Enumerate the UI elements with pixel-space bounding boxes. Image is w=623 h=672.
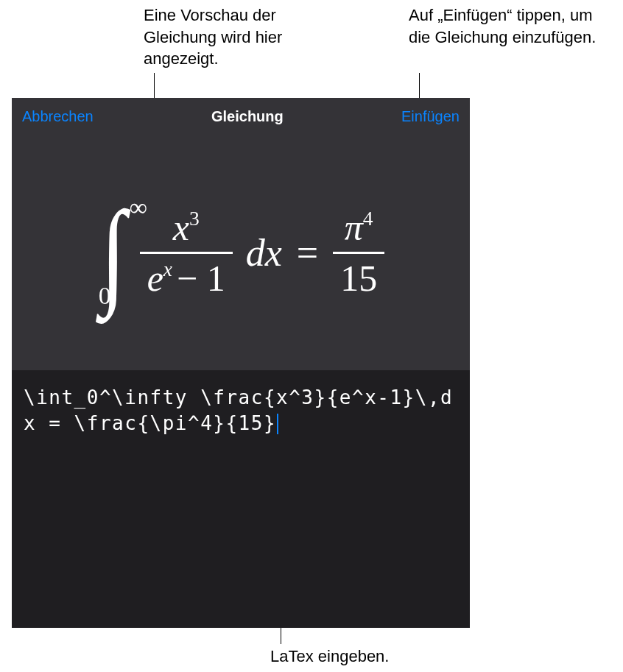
fraction-result: π4 15 — [333, 203, 384, 303]
fraction-denominator: 15 — [333, 254, 384, 303]
fraction-denominator: ex − 1 — [140, 254, 233, 303]
callout-insert: Auf „Einfügen“ tippen, um die Gleichung … — [409, 4, 615, 48]
insert-button[interactable]: Einfügen — [401, 108, 460, 125]
integral-symbol: ∞ ∫ 0 — [97, 207, 130, 299]
exp-4: 4 — [363, 207, 373, 230]
var-pi: π — [345, 207, 363, 248]
equation-preview: ∞ ∫ 0 x3 ex − 1 dx = — [12, 135, 470, 370]
text-cursor-icon — [277, 414, 278, 435]
latex-input-text: \int_0^\infty \frac{x^3}{e^x-1}\,dx = \f… — [24, 386, 453, 434]
fraction-numerator: x3 — [166, 203, 207, 252]
panel-title: Gleichung — [211, 108, 284, 125]
callout-latex: LaTex eingeben. — [270, 646, 454, 668]
integral-lower-bound: 0 — [99, 283, 111, 308]
exp-3: 3 — [189, 207, 200, 230]
equals-sign: = — [292, 231, 323, 275]
panel-header: Abbrechen Gleichung Einfügen — [12, 98, 470, 135]
equation-editor-panel: Abbrechen Gleichung Einfügen ∞ ∫ 0 x3 ex… — [12, 98, 470, 628]
cancel-button[interactable]: Abbrechen — [22, 108, 94, 125]
rendered-equation: ∞ ∫ 0 x3 ex − 1 dx = — [97, 203, 384, 303]
integral-upper-bound: ∞ — [130, 195, 147, 220]
differential-dx: dx — [243, 231, 282, 275]
exp-x: x — [163, 258, 172, 280]
callout-preview: Eine Vorschau der Gleichung wird hier an… — [144, 4, 350, 70]
var-e: e — [147, 258, 163, 299]
fraction-integrand: x3 ex − 1 — [140, 203, 233, 303]
minus-one: − 1 — [177, 257, 225, 300]
latex-input[interactable]: \int_0^\infty \frac{x^3}{e^x-1}\,dx = \f… — [12, 370, 470, 628]
var-x: x — [173, 207, 189, 248]
fraction-numerator: π4 — [337, 203, 381, 252]
